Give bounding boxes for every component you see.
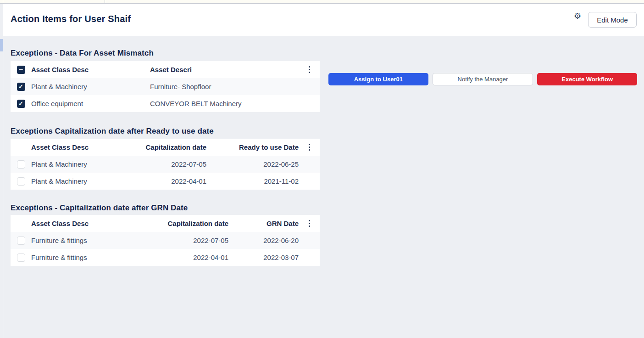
main-content: Exceptions - Data For Asset Mismatch Ass… [3, 36, 644, 338]
table-row: Furniture & fittings 2022-04-01 2022-03-… [11, 249, 320, 266]
vertical-scrollbar-thumb[interactable] [0, 39, 3, 51]
row-checkbox[interactable] [17, 177, 25, 186]
cell-grn-date: 2022-06-20 [228, 237, 299, 244]
cell-grn-date: 2022-03-07 [228, 254, 299, 261]
section-title-ready-to-use: Exceptions Capitalization date after Rea… [11, 126, 320, 136]
column-header: Asset Class Desc [31, 220, 146, 227]
section-title-grn-date: Exceptions - Capitalization date after G… [11, 203, 320, 213]
cell-capitalization-date: 2022-04-01 [124, 177, 206, 185]
row-checkbox[interactable]: ✓ [17, 100, 25, 108]
cell-asset-desc: Furniture- Shopfloor [150, 83, 299, 90]
execute-workflow-button[interactable]: Execute Workflow [537, 73, 637, 85]
table-row: ✓ Plant & Machinery Furniture- Shopfloor [11, 78, 320, 95]
table-grn-date: Asset Class Desc Capitalization date GRN… [11, 215, 320, 266]
table-header-row: Asset Class Desc Capitalization date GRN… [11, 215, 320, 232]
cell-asset-class: Furniture & fittings [31, 237, 146, 244]
cell-capitalization-date: 2022-04-01 [146, 254, 228, 261]
column-header: GRN Date [228, 220, 299, 227]
assign-to-user-button[interactable]: Assign to User01 [328, 73, 428, 85]
gear-icon[interactable]: ⚙ [572, 11, 583, 22]
cell-asset-class: Plant & Machinery [31, 177, 124, 185]
column-header: Asset Descri [150, 66, 299, 73]
row-checkbox[interactable] [17, 160, 25, 169]
cell-asset-class: Office equipment [31, 100, 150, 107]
kebab-menu-icon[interactable] [299, 144, 320, 151]
edit-mode-button[interactable]: Edit Mode [588, 12, 637, 28]
column-header: Asset Class Desc [31, 66, 150, 73]
cell-capitalization-date: 2022-07-05 [124, 160, 206, 168]
table-header-row: Asset Class Desc Asset Descri [11, 61, 320, 78]
cell-asset-desc: CONVEYOR BELT Machinery [150, 100, 299, 107]
select-all-checkbox[interactable] [17, 66, 25, 74]
page-title: Action Items for User Shaif [11, 14, 131, 24]
cell-ready-to-use-date: 2021-11-02 [206, 177, 299, 185]
table-row: Furniture & fittings 2022-07-05 2022-06-… [11, 232, 320, 249]
column-header: Capitalization date [124, 143, 206, 151]
kebab-menu-icon[interactable] [299, 220, 320, 227]
cell-asset-class: Plant & Machinery [31, 83, 150, 90]
row-checkbox[interactable]: ✓ [17, 83, 25, 91]
table-row: Plant & Machinery 2022-04-01 2021-11-02 [11, 173, 320, 190]
cell-asset-class: Plant & Machinery [31, 160, 124, 168]
table-asset-mismatch: Asset Class Desc Asset Descri ✓ Plant & … [11, 61, 320, 112]
cell-capitalization-date: 2022-07-05 [146, 237, 228, 244]
section-title-asset-mismatch: Exceptions - Data For Asset Mismatch [11, 48, 320, 58]
notify-manager-button[interactable]: Notify the Manager [433, 73, 533, 85]
column-header: Asset Class Desc [31, 143, 124, 151]
table-ready-to-use: Asset Class Desc Capitalization date Rea… [11, 139, 320, 190]
table-row: Plant & Machinery 2022-07-05 2022-06-25 [11, 156, 320, 173]
cell-asset-class: Furniture & fittings [31, 254, 146, 261]
window-top-strip [0, 0, 644, 4]
table-header-row: Asset Class Desc Capitalization date Rea… [11, 139, 320, 156]
row-checkbox[interactable] [17, 237, 25, 245]
workflow-actions: Assign to User01 Notify the Manager Exec… [328, 73, 637, 85]
table-row: ✓ Office equipment CONVEYOR BELT Machine… [11, 95, 320, 112]
page-header: Action Items for User Shaif ⚙ Edit Mode [3, 4, 644, 36]
kebab-menu-icon[interactable] [299, 66, 320, 73]
row-checkbox[interactable] [17, 254, 25, 262]
cell-ready-to-use-date: 2022-06-25 [206, 160, 299, 168]
column-header: Ready to use Date [206, 143, 299, 151]
column-header: Capitalization date [146, 220, 228, 227]
exceptions-column: Exceptions - Data For Asset Mismatch Ass… [11, 36, 320, 266]
top-divider-tick [105, 0, 105, 4]
